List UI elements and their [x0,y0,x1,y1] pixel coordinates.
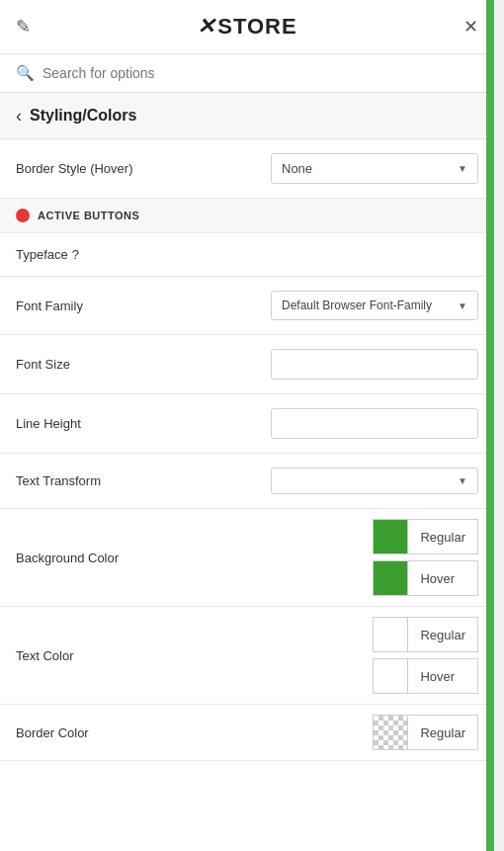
background-color-regular-swatch[interactable] [373,519,408,554]
background-color-hover-row: Hover [373,560,478,596]
border-color-row: Border Color Regular [0,705,494,761]
font-size-row: Font Size [0,335,494,394]
text-color-regular-button[interactable]: Regular [408,617,478,652]
border-color-controls: Regular [373,715,478,750]
font-family-select[interactable]: Default Browser Font-Family ▼ [271,291,478,320]
background-color-label: Background Color [16,551,119,565]
background-color-row: Background Color Regular Hover [0,509,494,607]
font-size-input[interactable] [271,349,478,380]
chevron-down-icon: ▼ [458,300,467,311]
chevron-down-icon: ▼ [458,475,467,486]
font-family-label: Font Family [16,298,83,313]
active-buttons-label: ACTIVE BUTTONS [38,210,139,221]
border-style-hover-select[interactable]: None ▼ [271,153,478,184]
active-buttons-section-header: ACTIVE BUTTONS [0,199,494,233]
border-color-regular-swatch[interactable] [373,715,408,750]
page-title: Styling/Colors [30,107,136,125]
breadcrumb: ‹ Styling/Colors [0,93,494,139]
app-logo: ✕STORE [31,14,463,40]
line-height-input[interactable] [271,408,478,439]
text-color-controls: Regular Hover [373,617,478,694]
typeface-row: Typeface ? [0,233,494,277]
font-family-row: Font Family Default Browser Font-Family … [0,277,494,335]
border-color-regular-button[interactable]: Regular [408,715,478,750]
background-color-hover-button[interactable]: Hover [408,560,478,596]
text-color-regular-swatch[interactable] [373,617,408,652]
typeface-help-icon[interactable]: ? [72,247,79,262]
back-button[interactable]: ‹ [16,107,22,125]
text-color-hover-swatch[interactable] [373,658,408,694]
chevron-down-icon: ▼ [458,163,467,174]
border-color-regular-row: Regular [373,715,478,750]
search-icon: 🔍 [16,64,35,82]
background-color-regular-row: Regular [373,519,478,554]
search-input[interactable] [42,65,478,81]
text-transform-select[interactable]: ▼ [271,468,478,494]
active-dot [16,209,30,222]
line-height-label: Line Height [16,416,81,431]
typeface-label-text: Typeface [16,247,68,262]
text-color-regular-row: Regular [373,617,478,652]
border-style-hover-row: Border Style (Hover) None ▼ [0,139,494,199]
text-color-row: Text Color Regular Hover [0,607,494,705]
background-color-hover-swatch[interactable] [373,560,408,596]
border-color-label: Border Color [16,725,89,740]
background-color-controls: Regular Hover [373,519,478,596]
font-size-label: Font Size [16,357,70,372]
search-bar: 🔍 [0,54,494,93]
text-transform-label: Text Transform [16,473,101,488]
tool-icon[interactable]: ✎ [16,16,31,38]
text-color-hover-button[interactable]: Hover [408,658,478,694]
line-height-row: Line Height [0,394,494,454]
header: ✎ ✕STORE ✕ [0,0,494,54]
text-color-label: Text Color [16,648,74,663]
text-color-hover-row: Hover [373,658,478,694]
text-transform-row: Text Transform ▼ [0,454,494,509]
border-style-hover-label: Border Style (Hover) [16,161,132,176]
close-icon[interactable]: ✕ [463,16,478,38]
background-color-regular-button[interactable]: Regular [408,519,478,554]
